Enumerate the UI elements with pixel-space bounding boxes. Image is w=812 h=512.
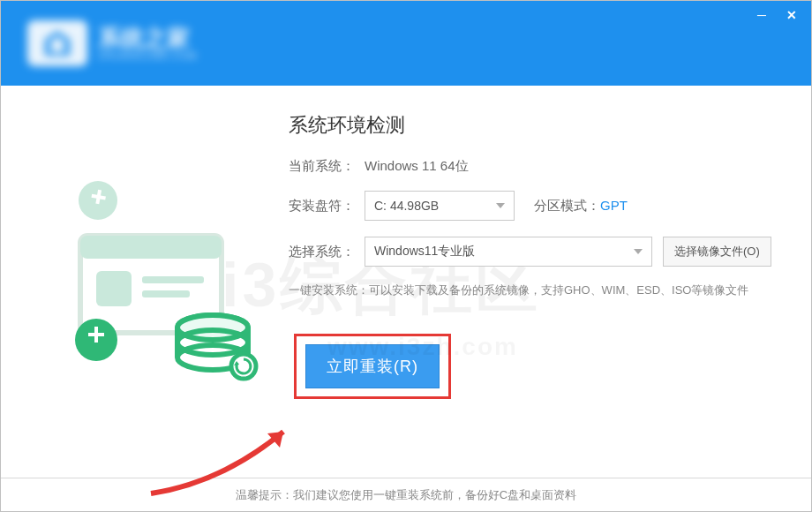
partition-mode: 分区模式：GPT xyxy=(534,198,628,215)
current-system-value: Windows 11 64位 xyxy=(365,158,469,175)
drive-select-value: C: 44.98GB xyxy=(374,199,489,213)
current-system-row: 当前系统： Windows 11 64位 xyxy=(289,158,783,175)
brand-name: 系统之家 xyxy=(98,26,197,51)
chevron-down-icon xyxy=(634,249,643,254)
partition-label: 分区模式： xyxy=(534,198,600,213)
svg-rect-2 xyxy=(96,271,132,306)
help-text: 一键安装系统：可以安装下载及备份的系统镜像，支持GHO、WIM、ESD、ISO等… xyxy=(289,282,783,298)
system-label: 选择系统： xyxy=(289,244,365,260)
footer-tip: 温馨提示：我们建议您使用一键重装系统前，备份好C盘和桌面资料 xyxy=(1,478,811,511)
page-title: 系统环境检测 xyxy=(289,112,783,139)
choose-iso-button[interactable]: 选择镜像文件(O) xyxy=(663,237,771,267)
titlebar: 系统之家 ZHUANGJIBA.COM ─ ✕ xyxy=(1,1,811,86)
minimize-button[interactable]: ─ xyxy=(755,8,769,22)
system-select-value: Windows11专业版 xyxy=(374,244,627,260)
brand-logo-icon xyxy=(27,20,87,66)
illustration-icon xyxy=(54,165,274,386)
svg-rect-1 xyxy=(80,236,222,259)
drive-select[interactable]: C: 44.98GB xyxy=(365,191,515,221)
action-highlight: 立即重装(R) xyxy=(294,334,451,399)
close-button[interactable]: ✕ xyxy=(785,8,799,22)
drive-label: 安装盘符： xyxy=(289,198,365,215)
brand-sub: ZHUANGJIBA.COM xyxy=(98,50,197,61)
reinstall-button[interactable]: 立即重装(R) xyxy=(305,344,440,388)
system-select[interactable]: Windows11专业版 xyxy=(365,237,652,267)
brand: 系统之家 ZHUANGJIBA.COM xyxy=(1,20,197,66)
svg-point-10 xyxy=(231,354,256,379)
partition-value: GPT xyxy=(600,198,628,213)
current-system-label: 当前系统： xyxy=(289,158,365,175)
chevron-down-icon xyxy=(496,203,505,208)
svg-rect-4 xyxy=(142,290,190,297)
svg-rect-3 xyxy=(142,276,204,283)
